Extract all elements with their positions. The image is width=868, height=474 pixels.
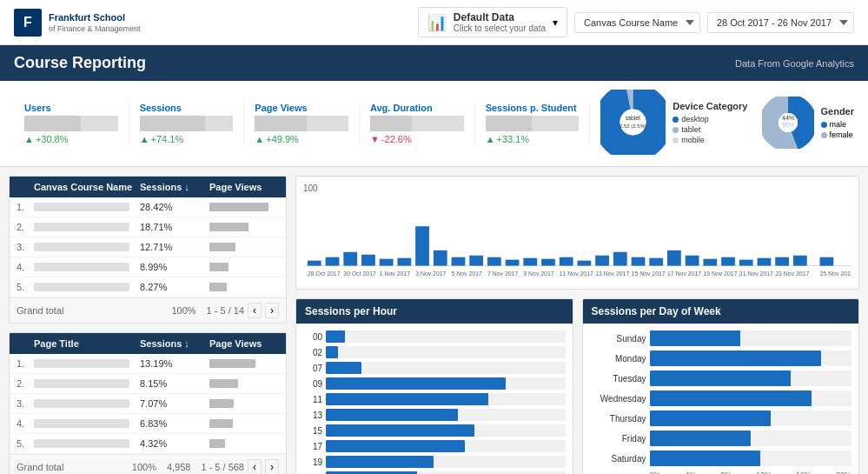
course-table-footer-sessions: 100% [171, 305, 195, 316]
page-row-bar-2 [209, 379, 238, 388]
course-table-name-header: Canvas Course Name [34, 182, 140, 192]
page-title-bar: Course Reporting Data From Google Analyt… [0, 45, 868, 81]
page-table-prev-btn[interactable]: ‹ [248, 459, 262, 474]
svg-rect-17 [397, 258, 411, 266]
hour-bar-07: 07 [303, 362, 566, 374]
course-table-prev-btn[interactable]: ‹ [248, 303, 262, 318]
device-legend-tablet: tablet [673, 125, 747, 134]
dow-axis-8: 8% [720, 471, 732, 474]
stat-sessions-change: +74.1% [140, 134, 234, 144]
dow-tuesday-track [650, 371, 852, 386]
page-row-sessions-3: 7.07% [140, 398, 209, 409]
device-desktop-dot [673, 117, 679, 123]
logo-sub: of Finance & Management [49, 24, 141, 33]
page-row-bar-cell-4 [209, 419, 279, 428]
dow-saturday-label: Saturday [590, 454, 646, 464]
stat-users-label: Users [24, 103, 118, 113]
page-table-footer-pageviews: 4,958 [167, 462, 191, 472]
svg-text:17 Nov 2017: 17 Nov 2017 [667, 270, 701, 277]
gender-legend: Gender male female [821, 106, 855, 141]
course-table: Canvas Course Name Sessions ↓ Page Views… [9, 176, 287, 324]
svg-rect-28 [595, 256, 609, 266]
svg-text:1 Nov 2017: 1 Nov 2017 [380, 270, 410, 277]
stat-sessions-student-bar [486, 116, 580, 131]
course-table-sessions-header: Sessions ↓ [140, 182, 209, 192]
page-row-bar-cell-1 [209, 359, 279, 368]
dow-saturday: Saturday [590, 451, 852, 466]
device-mobile-label: mobile [681, 136, 705, 144]
dow-axis-0: 0% [650, 471, 661, 474]
svg-text:56%: 56% [781, 122, 793, 128]
course-table-pageviews-header: Page Views [209, 182, 279, 192]
hour-track-13 [326, 409, 566, 421]
svg-rect-15 [361, 255, 375, 266]
timeline-y-label: 100 [303, 184, 851, 193]
page-row-num-2: 2. [17, 378, 34, 389]
page-table-next-btn[interactable]: › [265, 459, 279, 474]
dow-axis-4: 4% [685, 471, 696, 474]
course-table-next-btn[interactable]: › [265, 303, 279, 318]
data-selector-button[interactable]: 📊 Default Data Click to select your data… [418, 7, 567, 37]
svg-rect-13 [326, 257, 340, 266]
logo-area: F Frankfurt School of Finance & Manageme… [14, 9, 141, 37]
hour-label-19: 19 [303, 457, 322, 467]
device-legend: Device Category desktop tablet mobile [673, 101, 747, 146]
hour-track-02 [326, 346, 566, 358]
table-row: 1. 28.42% [10, 197, 286, 217]
hour-bar-19: 19 [303, 456, 566, 468]
stat-sessions-label: Sessions [140, 103, 234, 113]
svg-rect-16 [380, 259, 394, 266]
table-row: 5. 4.32% [10, 434, 286, 454]
logo-icon: F [14, 9, 42, 37]
page-row-blur-1 [34, 359, 129, 368]
page-row-num-1: 1. [17, 358, 34, 369]
logo-text-block: Frankfurt School of Finance & Management [49, 11, 141, 32]
svg-text:2.52 (2.5%): 2.52 (2.5%) [620, 124, 646, 129]
dow-friday: Friday [590, 431, 852, 446]
table-row: 3. 12.71% [10, 237, 286, 257]
hour-track-17 [326, 440, 566, 452]
gender-male-label: male [830, 120, 847, 129]
logo-brand: Frankfurt School [49, 11, 141, 23]
row-num-1: 1. [17, 202, 34, 212]
hour-bar-11: 11 [303, 393, 566, 405]
svg-rect-30 [632, 257, 646, 266]
hour-fill-15 [326, 424, 474, 437]
dow-sunday-fill [650, 330, 741, 346]
row-bar-2 [209, 223, 248, 231]
svg-text:21 Nov 2017: 21 Nov 2017 [739, 270, 773, 277]
page-row-sessions-5: 4.32% [140, 438, 209, 449]
right-panel: 100 [295, 176, 859, 474]
svg-text:11 Nov 2017: 11 Nov 2017 [560, 270, 593, 277]
page-title: Course Reporting [14, 54, 146, 72]
hour-bar-02: 02 [303, 346, 566, 358]
device-category-title: Device Category [673, 101, 747, 111]
svg-rect-14 [343, 252, 357, 266]
device-tablet-dot [673, 127, 679, 133]
svg-rect-27 [578, 261, 592, 266]
hour-label-02: 02 [303, 348, 322, 357]
page-table-pageviews-header: Page Views [209, 338, 279, 349]
course-dropdown[interactable]: Canvas Course Name [574, 12, 700, 33]
hour-fill-07 [326, 362, 361, 374]
svg-rect-40 [820, 257, 834, 266]
dow-thursday: Thursday [590, 411, 852, 426]
page-row-bar-cell-5 [209, 439, 279, 448]
svg-point-3 [620, 110, 646, 136]
page-row-num-4: 4. [17, 418, 34, 429]
data-selector-text: Default Data Click to select your data [454, 11, 546, 33]
row-blur-3 [34, 243, 129, 251]
row-blur-4 [34, 263, 129, 271]
course-table-grand-total: Grand total [17, 305, 63, 316]
date-range-dropdown[interactable]: 28 Oct 2017 - 26 Nov 2017 [707, 12, 854, 33]
course-table-footer: Grand total 100% 1 - 5 / 14 ‹ › [10, 297, 286, 323]
gender-donut-chart: 44% 56% [762, 97, 814, 151]
table-row: 4. 6.83% [10, 414, 286, 434]
device-legend-list: desktop tablet mobile [673, 115, 747, 144]
dow-monday-fill [650, 350, 822, 366]
table-row: 3. 7.07% [10, 394, 286, 414]
svg-rect-39 [793, 256, 807, 266]
svg-text:5 Nov 2017: 5 Nov 2017 [452, 270, 482, 277]
hour-bar-15: 15 [303, 424, 566, 437]
sessions-per-hour-chart: Sessions per Hour 00 02 07 [295, 298, 573, 474]
